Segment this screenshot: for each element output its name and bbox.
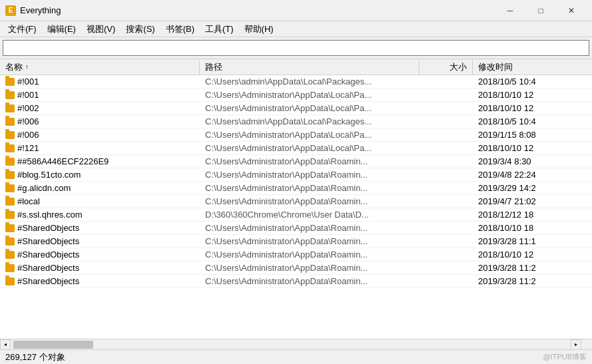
search-input[interactable] (3, 40, 589, 56)
h-scroll-thumb[interactable] (13, 341, 93, 349)
name-text: #blog.51cto.com (17, 170, 81, 180)
cell-path: C:\Users\Administrator\AppData\Roamin... (200, 169, 420, 180)
cell-date: 2019/4/8 22:24 (473, 169, 592, 180)
menu-item-e[interactable]: 编辑(E) (42, 22, 81, 37)
cell-size (420, 174, 473, 176)
cell-path: C:\Users\Administrator\AppData\Roamin... (200, 182, 420, 194)
table-row[interactable]: #SharedObjectsC:\Users\Administrator\App… (0, 248, 592, 262)
cell-date: 2019/3/29 14:2 (473, 182, 592, 194)
app-icon: E (5, 5, 16, 16)
cell-size (420, 281, 473, 282)
cell-name: #!002 (0, 102, 200, 114)
table-row[interactable]: #s.ssl.qhres.comD:\360\360Chrome\Chrome\… (0, 208, 592, 222)
cell-path: C:\Users\Administrator\AppData\Roamin... (200, 196, 420, 207)
h-scroll-track[interactable] (11, 339, 571, 350)
folder-icon (5, 104, 15, 112)
table-row[interactable]: ##586A446ECF2226E9C:\Users\Administrator… (0, 155, 592, 168)
name-text: #!002 (17, 103, 39, 113)
table-row[interactable]: #!001C:\Users\Administrator\AppData\Loca… (0, 89, 592, 102)
cell-name: #SharedObjects (0, 249, 200, 260)
h-scroll-left-btn[interactable]: ◂ (0, 339, 11, 350)
table-row[interactable]: #!002C:\Users\Administrator\AppData\Loca… (0, 102, 592, 115)
menu-item-h[interactable]: 帮助(H) (239, 22, 279, 37)
horizontal-scrollbar[interactable]: ◂ ▸ (0, 339, 592, 349)
cell-size (420, 268, 473, 269)
cell-path: C:\Users\Administrator\AppData\Local\Pa.… (200, 102, 420, 114)
h-scroll-corner (581, 339, 592, 350)
col-size-header[interactable]: 大小 (420, 60, 473, 75)
close-button[interactable]: ✕ (556, 0, 587, 21)
object-count: 269,127 个对象 (5, 351, 65, 363)
maximize-button[interactable]: □ (525, 0, 556, 21)
folder-icon (5, 118, 15, 126)
cell-date: 2019/1/15 8:08 (473, 129, 592, 140)
col-path-header[interactable]: 路径 (200, 60, 420, 75)
name-text: #SharedObjects (17, 250, 79, 260)
table-row[interactable]: #!006C:\Users\Administrator\AppData\Loca… (0, 128, 592, 142)
cell-path: C:\Users\Administrator\AppData\Roamin... (200, 222, 420, 234)
title-bar: E Everything ─ □ ✕ (0, 0, 592, 21)
cell-name: #SharedObjects (0, 222, 200, 234)
table-row[interactable]: #SharedObjectsC:\Users\Administrator\App… (0, 262, 592, 275)
col-date-header[interactable]: 修改时间 (473, 60, 581, 75)
name-text: #!006 (17, 116, 39, 126)
col-name-header[interactable]: 名称 ↑ (0, 60, 200, 75)
cell-date: 2018/10/5 10:4 (473, 76, 592, 87)
menu-item-f[interactable]: 文件(F) (3, 22, 42, 37)
folder-icon (5, 251, 15, 259)
table-row[interactable]: #blog.51cto.comC:\Users\Administrator\Ap… (0, 168, 592, 182)
cell-name: #local (0, 196, 200, 207)
menu-item-b[interactable]: 书签(B) (160, 22, 200, 37)
cell-name: #!001 (0, 89, 200, 100)
cell-path: C:\Users\Administrator\AppData\Roamin... (200, 249, 420, 260)
table-row[interactable]: #!006C:\Users\admin\AppData\Local\Packag… (0, 115, 592, 128)
minimize-button[interactable]: ─ (495, 0, 525, 21)
table-row[interactable]: #SharedObjectsC:\Users\Administrator\App… (0, 275, 592, 288)
name-text: #s.ssl.qhres.com (17, 210, 83, 220)
table-row[interactable]: #localC:\Users\Administrator\AppData\Roa… (0, 195, 592, 208)
search-bar (0, 37, 592, 59)
cell-name: #!006 (0, 116, 200, 127)
cell-name: #g.alicdn.com (0, 182, 200, 194)
title-bar-title: Everything (20, 5, 495, 15)
window-controls: ─ □ ✕ (495, 0, 587, 21)
table-row[interactable]: #!001C:\Users\admin\AppData\Local\Packag… (0, 75, 592, 89)
cell-name: #!121 (0, 142, 200, 154)
cell-name: #blog.51cto.com (0, 169, 200, 180)
cell-name: #s.ssl.qhres.com (0, 209, 200, 220)
cell-name: #SharedObjects (0, 275, 200, 287)
cell-size (420, 254, 473, 256)
cell-name: #SharedObjects (0, 262, 200, 273)
folder-icon (5, 131, 15, 139)
folder-icon (5, 224, 15, 232)
cell-size (420, 241, 473, 242)
folder-icon (5, 184, 15, 192)
cell-name: #!006 (0, 129, 200, 140)
cell-size (420, 228, 473, 229)
name-text: #!121 (17, 143, 39, 153)
table-body[interactable]: #!001C:\Users\admin\AppData\Local\Packag… (0, 75, 592, 339)
folder-icon (5, 264, 15, 272)
cell-size (420, 94, 473, 96)
file-table: 名称 ↑ 路径 大小 修改时间 #!001C:\Users\admin\AppD… (0, 59, 592, 349)
table-row[interactable]: #SharedObjectsC:\Users\Administrator\App… (0, 235, 592, 248)
table-row[interactable]: #!121C:\Users\Administrator\AppData\Loca… (0, 142, 592, 155)
table-row[interactable]: #g.alicdn.comC:\Users\Administrator\AppD… (0, 182, 592, 195)
cell-date: 2018/10/10 18 (473, 222, 592, 234)
cell-date: 2018/10/10 12 (473, 102, 592, 114)
menu-item-s[interactable]: 搜索(S) (121, 22, 160, 37)
table-row[interactable]: #SharedObjectsC:\Users\Administrator\App… (0, 222, 592, 235)
menu-item-t[interactable]: 工具(T) (200, 22, 239, 37)
menu-item-v[interactable]: 视图(V) (81, 22, 121, 37)
cell-path: C:\Users\Administrator\AppData\Roamin... (200, 262, 420, 273)
cell-size (420, 161, 473, 162)
cell-date: 2018/10/10 12 (473, 142, 592, 154)
cell-path: C:\Users\Administrator\AppData\Local\Pa.… (200, 129, 420, 140)
folder-icon (5, 158, 15, 166)
watermark: @ITPUB博客 (543, 352, 587, 362)
cell-date: 2018/10/5 10:4 (473, 116, 592, 127)
cell-path: C:\Users\admin\AppData\Local\Packages... (200, 76, 420, 87)
sort-arrow-icon: ↑ (25, 63, 29, 71)
cell-size (420, 188, 473, 189)
h-scroll-right-btn[interactable]: ▸ (571, 339, 581, 350)
